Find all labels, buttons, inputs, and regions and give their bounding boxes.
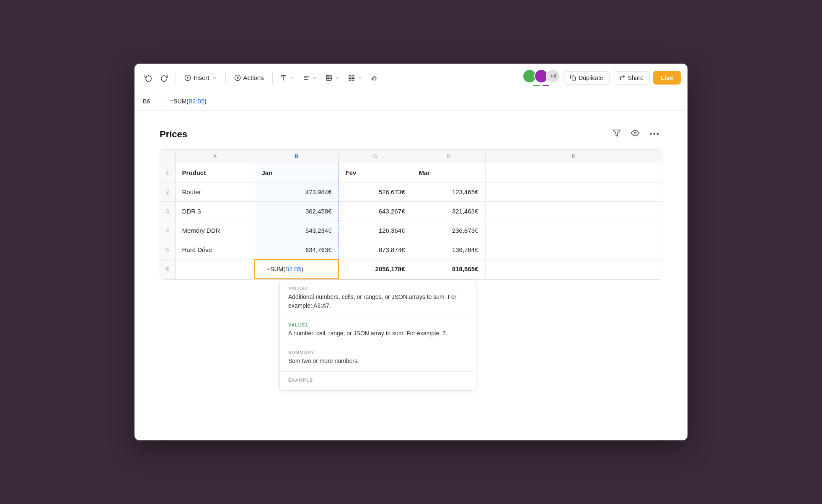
align-icon: [303, 75, 310, 81]
cell-a2[interactable]: Router: [175, 183, 255, 202]
cell-d3[interactable]: 321,463€: [412, 202, 485, 221]
cell-d4[interactable]: 236,873€: [412, 221, 485, 240]
table-options-button[interactable]: [322, 72, 343, 84]
cell-b6[interactable]: =SUM(B2:B5): [255, 260, 339, 279]
table-header-row: Prices •••: [160, 127, 662, 141]
tooltip-text-value2: Additional numbers, cells, or ranges, or…: [288, 293, 468, 310]
indicator-purple: [543, 85, 549, 86]
live-button[interactable]: Live: [653, 71, 681, 85]
cell-b1[interactable]: Jan: [255, 163, 339, 183]
insert-button[interactable]: Insert: [180, 72, 221, 84]
view-toggle-button[interactable]: [628, 127, 642, 141]
cell-e2[interactable]: [485, 183, 662, 202]
redo-icon: [160, 74, 168, 82]
formula-suffix-cell: ): [301, 266, 303, 273]
cell-b5[interactable]: 634,763€: [255, 240, 339, 260]
table-icon: [326, 75, 332, 81]
table-title: Prices: [160, 129, 187, 140]
svg-rect-15: [352, 75, 354, 77]
tooltip-section-value2: VALUE2 Additional numbers, cells, or ran…: [280, 280, 476, 316]
tooltip-label-value2: VALUE2: [288, 286, 468, 291]
data-table: A B C D E 1 Product Jan Fev Mar: [160, 150, 662, 279]
redo-button[interactable]: [157, 72, 171, 84]
cell-a3[interactable]: DDR 3: [175, 202, 255, 221]
cell-e6[interactable]: [485, 260, 662, 279]
cell-e3[interactable]: [485, 202, 662, 221]
undo-button[interactable]: [141, 72, 155, 84]
chevron-down-icon-3: [312, 75, 317, 80]
formula-ref-cell: B2:B5: [285, 266, 301, 273]
chevron-down-icon-4: [335, 75, 340, 80]
tooltip-text-summary: Sum two or more numbers.: [288, 357, 468, 365]
cell-a4[interactable]: Memory DDR: [175, 221, 255, 240]
formula-suffix: ): [204, 98, 207, 105]
actions-label: Actions: [243, 74, 264, 81]
main-content: Prices •••: [134, 111, 688, 391]
svg-marker-21: [613, 130, 620, 136]
column-headers: A B C D E: [160, 150, 662, 163]
row-num-5: 5: [160, 240, 175, 260]
duplicate-button[interactable]: Duplicate: [564, 71, 609, 85]
actions-button[interactable]: Actions: [230, 72, 268, 84]
tooltip-section-example: EXAMPLE: [280, 372, 476, 390]
svg-rect-10: [326, 75, 331, 80]
col-header-d: D: [412, 150, 485, 163]
alignment-button[interactable]: [300, 72, 321, 84]
table-row: 5 Hard Drive 634,763€ 873,874€ 136,764€: [160, 240, 662, 260]
cell-a5[interactable]: Hard Drive: [175, 240, 255, 260]
toolbar-left: Insert Actions: [141, 72, 521, 84]
share-icon: [619, 75, 626, 81]
cell-b2[interactable]: 473,984€: [255, 183, 339, 202]
cell-c6[interactable]: 2056,178€: [339, 260, 412, 279]
spreadsheet: A B C D E 1 Product Jan Fev Mar: [160, 149, 662, 280]
row-num-2: 2: [160, 183, 175, 202]
text-icon: [280, 75, 287, 81]
cell-e1[interactable]: [485, 163, 662, 183]
app-window: Insert Actions: [134, 64, 688, 440]
more-options-button[interactable]: •••: [647, 128, 662, 140]
cell-c6-value: 2056,178€: [375, 265, 405, 273]
cell-c2[interactable]: 526,673€: [339, 183, 412, 202]
cell-c3[interactable]: 643,267€: [339, 202, 412, 221]
cell-a1[interactable]: Product: [175, 163, 255, 183]
formula-content: =SUM(B2:B5): [170, 98, 207, 105]
filter-button[interactable]: [610, 127, 623, 141]
tooltip-label-summary: SUMMARY: [288, 350, 468, 355]
formula-divider: [165, 97, 165, 106]
insert-label: Insert: [194, 74, 209, 81]
svg-rect-14: [349, 75, 351, 77]
svg-line-18: [372, 78, 373, 79]
cell-c5[interactable]: 873,874€: [339, 240, 412, 260]
cell-b3[interactable]: 362,458€: [255, 202, 339, 221]
col-header-b[interactable]: B: [255, 150, 339, 163]
view-options-button[interactable]: [345, 72, 366, 84]
table-row: 6 =SUM(B2:B5) 2056,178€ 818,565€: [160, 260, 662, 279]
row-num-1: 1: [160, 163, 175, 183]
cell-c4[interactable]: 126,364€: [339, 221, 412, 240]
svg-marker-4: [237, 77, 238, 79]
avatar-group-wrap: +4: [522, 69, 560, 86]
cell-d5[interactable]: 136,764€: [412, 240, 485, 260]
chevron-down-icon: [212, 75, 217, 80]
cell-c1[interactable]: Fev: [339, 163, 412, 183]
toolbar-right: +4 Duplicate: [522, 69, 681, 86]
cell-b4[interactable]: 543,234€: [255, 221, 339, 240]
cell-e5[interactable]: [485, 240, 662, 260]
cell-d2[interactable]: 123,465€: [412, 183, 485, 202]
table-row: 4 Memory DDR 543,234€ 126,364€ 236,873€: [160, 221, 662, 240]
col-header-e: E: [485, 150, 662, 163]
formula-ref: B2:B5: [189, 98, 204, 105]
eraser-button[interactable]: [367, 72, 381, 84]
svg-rect-17: [352, 78, 354, 80]
divider-1: [176, 72, 176, 84]
row-num-6: 6: [160, 260, 175, 279]
play-circle-icon: [234, 75, 241, 81]
cell-d6[interactable]: 818,565€: [412, 260, 485, 279]
plus-circle-icon: [184, 75, 191, 81]
cell-e4[interactable]: [485, 221, 662, 240]
cell-a6[interactable]: [175, 260, 255, 279]
cell-d1[interactable]: Mar: [412, 163, 485, 183]
share-button[interactable]: Share: [613, 71, 650, 85]
row-num-3: 3: [160, 202, 175, 221]
text-format-button[interactable]: [277, 72, 298, 84]
